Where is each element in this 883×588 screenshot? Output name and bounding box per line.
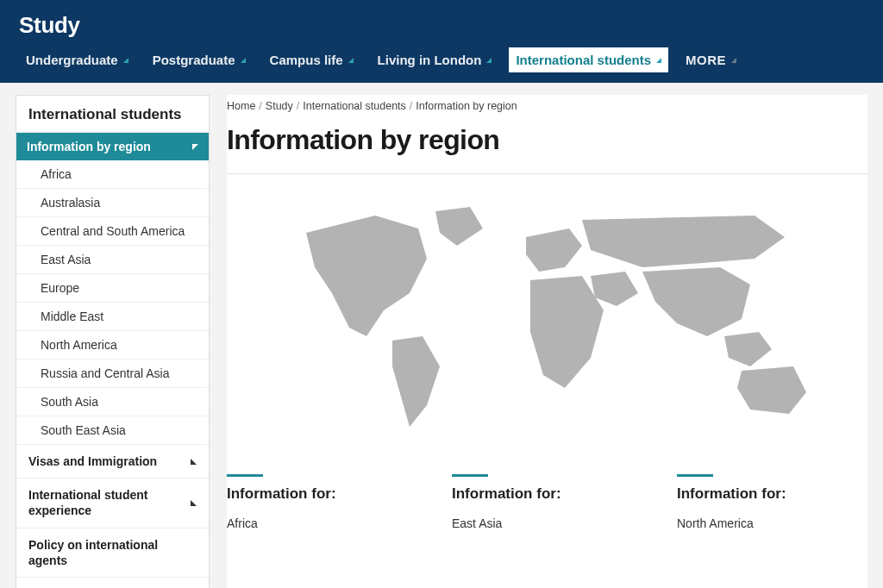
accent-bar — [227, 474, 263, 477]
breadcrumb-separator: / — [410, 100, 412, 112]
nav-label: Campus life — [270, 53, 343, 67]
dropdown-icon — [656, 58, 661, 63]
expand-icon — [191, 459, 197, 465]
sidebar-item-label: International student experience — [28, 487, 191, 518]
sidebar-title: International students — [16, 96, 209, 133]
sidebar-item-contact-us[interactable]: Contact us — [16, 578, 209, 588]
sidebar-region-middle-east[interactable]: Middle East — [16, 303, 209, 331]
expand-icon — [191, 500, 197, 506]
chevron-down-icon — [192, 144, 198, 150]
header-title: Study — [19, 12, 864, 39]
sidebar-item-visas-and-immigration[interactable]: Visas and Immigration — [16, 445, 209, 479]
dropdown-icon — [241, 58, 246, 63]
region-link-north-america[interactable]: North America — [677, 516, 867, 530]
region-link-east-asia[interactable]: East Asia — [452, 516, 642, 530]
dropdown-icon — [348, 58, 354, 63]
breadcrumb-item[interactable]: Home — [227, 100, 255, 112]
nav-label: Living in London — [378, 53, 482, 67]
dropdown-icon — [486, 58, 492, 63]
page-body: International students Information by re… — [0, 83, 883, 588]
sidebar-region-east-asia[interactable]: East Asia — [16, 246, 209, 274]
column-title: Information for: — [452, 485, 642, 503]
sidebar-region-central-and-south-america[interactable]: Central and South America — [16, 217, 209, 246]
info-column: Information for:North America — [677, 474, 867, 542]
sidebar: International students Information by re… — [16, 95, 210, 588]
breadcrumb-item[interactable]: Study — [266, 100, 293, 112]
sidebar-region-russia-and-central-asia[interactable]: Russia and Central Asia — [16, 360, 209, 388]
sidebar-selected-label: Information by region — [27, 140, 151, 153]
nav-label: Postgraduate — [153, 53, 235, 67]
world-map[interactable] — [272, 198, 824, 440]
breadcrumb-separator: / — [259, 100, 261, 112]
nav-item-living-in-london[interactable]: Living in London — [371, 47, 499, 72]
sidebar-region-south-asia[interactable]: South Asia — [16, 388, 209, 416]
nav-label: Undergraduate — [26, 53, 118, 67]
nav-item-international-students[interactable]: International students — [509, 47, 668, 72]
column-title: Information for: — [677, 485, 867, 503]
nav-item-more[interactable]: MORE — [679, 47, 743, 72]
nav-item-undergraduate[interactable]: Undergraduate — [19, 47, 135, 72]
nav-label: MORE — [686, 53, 726, 67]
sidebar-item-label: Visas and Immigration — [28, 454, 157, 469]
nav-item-postgraduate[interactable]: Postgraduate — [146, 47, 253, 72]
sidebar-region-australasia[interactable]: Australasia — [16, 189, 209, 217]
sidebar-region-africa[interactable]: Africa — [16, 160, 209, 189]
region-link-africa[interactable]: Africa — [227, 516, 417, 530]
nav-item-campus-life[interactable]: Campus life — [263, 47, 360, 72]
accent-bar — [452, 474, 488, 477]
page-title: Information by region — [227, 124, 867, 174]
sidebar-region-europe[interactable]: Europe — [16, 274, 209, 303]
sidebar-item-policy-on-international-agents[interactable]: Policy on international agents — [16, 529, 209, 578]
info-column: Information for:Africa — [227, 474, 417, 542]
sidebar-selected-item[interactable]: Information by region — [16, 133, 209, 160]
column-title: Information for: — [227, 485, 417, 503]
header: Study UndergraduatePostgraduateCampus li… — [0, 0, 883, 83]
accent-bar — [677, 474, 713, 477]
sidebar-region-north-america[interactable]: North America — [16, 331, 209, 360]
info-columns: Information for:AfricaInformation for:Ea… — [227, 474, 867, 542]
breadcrumb-item: Information by region — [416, 100, 517, 112]
info-column: Information for:East Asia — [452, 474, 642, 542]
dropdown-icon — [731, 58, 736, 63]
sidebar-region-south-east-asia[interactable]: South East Asia — [16, 416, 209, 445]
dropdown-icon — [123, 58, 128, 63]
breadcrumb-separator: / — [297, 100, 299, 112]
nav-label: International students — [516, 53, 651, 67]
sidebar-item-label: Policy on international agents — [28, 537, 197, 568]
breadcrumb: Home/Study/International students/Inform… — [227, 95, 867, 124]
top-nav: UndergraduatePostgraduateCampus lifeLivi… — [19, 47, 864, 83]
breadcrumb-item[interactable]: International students — [303, 100, 406, 112]
sidebar-item-international-student-experience[interactable]: International student experience — [16, 479, 209, 528]
main-content: Home/Study/International students/Inform… — [227, 95, 867, 588]
